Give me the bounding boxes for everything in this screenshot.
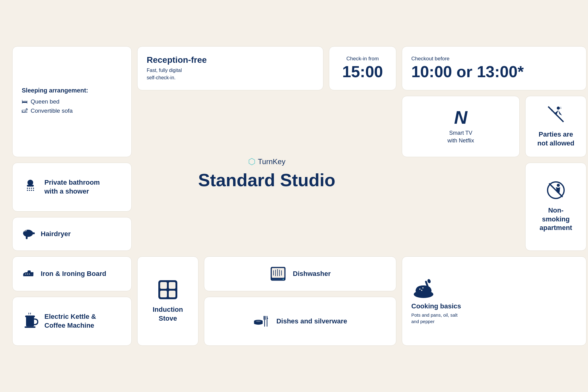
hairdryer-icon xyxy=(22,227,35,241)
svg-point-27 xyxy=(27,273,28,274)
shower-icon xyxy=(22,179,39,196)
cooking-icon xyxy=(411,277,436,299)
queenbed-icon: 🛏 xyxy=(22,98,28,105)
svg-rect-33 xyxy=(160,282,167,289)
svg-rect-20 xyxy=(26,236,28,239)
parties-icon: ♪ ♫ xyxy=(547,105,565,127)
svg-point-6 xyxy=(557,184,560,187)
iron-card: Iron & Ironing Board xyxy=(12,256,132,291)
bathroom-card: Private bathroomwith a shower xyxy=(12,163,132,212)
svg-rect-36 xyxy=(169,291,175,297)
sleeping-item-sofa: 🛋 Convertible sofa xyxy=(22,107,122,114)
svg-text:♫: ♫ xyxy=(560,106,562,109)
sleeping-item-queenbed: 🛏 Queen bed xyxy=(22,98,122,105)
svg-point-59 xyxy=(421,290,422,291)
svg-point-7 xyxy=(28,180,33,186)
svg-rect-49 xyxy=(264,316,265,326)
dishwasher-icon xyxy=(270,265,287,282)
svg-point-9 xyxy=(27,188,28,189)
bathroom-label: Private bathroomwith a shower xyxy=(44,178,100,196)
brand-center: ⬡ TurnKey Standard Studio xyxy=(137,96,396,251)
svg-rect-50 xyxy=(264,316,264,320)
sofa-icon: 🛋 xyxy=(22,107,28,114)
svg-point-15 xyxy=(31,190,32,191)
svg-point-57 xyxy=(419,288,420,290)
checkout-label: Checkout before xyxy=(411,56,577,62)
parties-label: Parties arenot allowed xyxy=(537,130,575,148)
svg-rect-25 xyxy=(28,270,31,273)
nosmoking-icon xyxy=(547,181,565,203)
smarttv-card: N Smart TVwith Netflix xyxy=(402,96,520,157)
reception-subtitle: Fast, fully digital self-check-in. xyxy=(147,67,314,81)
kettle-icon xyxy=(22,313,39,330)
dishes-card: Dishes and silverware xyxy=(204,297,396,346)
sleeping-card: Sleeping arrangement: 🛏 Queen bed 🛋 Conv… xyxy=(12,46,132,157)
reception-title: Reception-free xyxy=(147,55,314,65)
svg-point-12 xyxy=(33,188,34,189)
parties-card: ♪ ♫ Parties arenot allowed xyxy=(525,96,586,157)
checkout-time: 10:00 or 13:00* xyxy=(411,63,577,81)
netflix-n-icon: N xyxy=(454,108,467,127)
hairdryer-label: Hairdryer xyxy=(41,230,71,239)
svg-point-10 xyxy=(29,188,30,189)
svg-rect-24 xyxy=(23,275,33,276)
cooking-label: Cooking basics xyxy=(411,302,461,311)
brand-name: TurnKey xyxy=(258,157,285,166)
turnkey-logo-icon: ⬡ xyxy=(248,156,255,167)
svg-point-11 xyxy=(31,188,32,189)
checkout-card: Checkout before 10:00 or 13:00* xyxy=(402,46,586,90)
svg-text:♪: ♪ xyxy=(551,108,553,112)
hairdryer-card: Hairdryer xyxy=(12,217,132,251)
svg-rect-34 xyxy=(169,282,175,289)
kettle-card: Electric Kettle &Coffee Machine xyxy=(12,297,132,346)
iron-icon xyxy=(22,267,35,281)
svg-line-5 xyxy=(549,183,563,197)
svg-point-40 xyxy=(283,279,284,280)
svg-rect-18 xyxy=(23,232,26,235)
svg-rect-29 xyxy=(26,317,34,326)
svg-point-14 xyxy=(29,190,30,191)
nonsmoking-card: Non-smokingapartment xyxy=(525,163,586,251)
induction-card: InductionStove xyxy=(137,256,198,346)
cooking-sublabel: Pots and pans, oil, saltand pepper xyxy=(411,312,458,325)
checkin-card: Check-in from 15:00 xyxy=(329,46,396,90)
svg-point-26 xyxy=(25,273,26,274)
brand-title: Standard Studio xyxy=(198,170,335,190)
sleeping-title: Sleeping arrangement: xyxy=(22,87,122,94)
iron-label: Iron & Ironing Board xyxy=(41,270,106,278)
nonsmoking-label: Non-smokingapartment xyxy=(540,206,572,232)
dishwasher-card: Dishwasher xyxy=(204,256,396,291)
checkin-time: 15:00 xyxy=(338,63,387,81)
checkin-label: Check-in from xyxy=(338,56,387,62)
svg-rect-19 xyxy=(32,232,35,234)
svg-point-56 xyxy=(427,278,431,284)
cooking-card: Cooking basics Pots and pans, oil, salta… xyxy=(402,256,586,346)
dishes-icon xyxy=(253,313,270,330)
no-smoking-svg xyxy=(547,181,565,199)
main-grid: Sleeping arrangement: 🛏 Queen bed 🛋 Conv… xyxy=(12,46,576,346)
dishwasher-label: Dishwasher xyxy=(293,270,331,278)
brand-logo: ⬡ TurnKey xyxy=(248,156,285,167)
kettle-label: Electric Kettle &Coffee Machine xyxy=(44,312,96,330)
svg-point-16 xyxy=(33,190,34,191)
induction-label: InductionStove xyxy=(153,305,183,323)
svg-point-58 xyxy=(422,287,424,288)
svg-rect-8 xyxy=(27,185,34,187)
svg-rect-30 xyxy=(25,315,35,317)
svg-rect-31 xyxy=(24,326,35,328)
svg-rect-35 xyxy=(160,291,167,297)
smarttv-label: Smart TVwith Netflix xyxy=(447,129,474,145)
svg-point-28 xyxy=(29,273,30,274)
svg-rect-39 xyxy=(272,278,285,280)
svg-point-13 xyxy=(27,190,28,191)
dishes-label: Dishes and silverware xyxy=(276,317,347,326)
induction-icon xyxy=(157,279,179,300)
no-party-icon: ♪ ♫ xyxy=(547,105,565,123)
svg-point-53 xyxy=(256,321,261,322)
svg-rect-51 xyxy=(265,316,266,320)
reception-card: Reception-free Fast, fully digital self-… xyxy=(137,46,323,90)
